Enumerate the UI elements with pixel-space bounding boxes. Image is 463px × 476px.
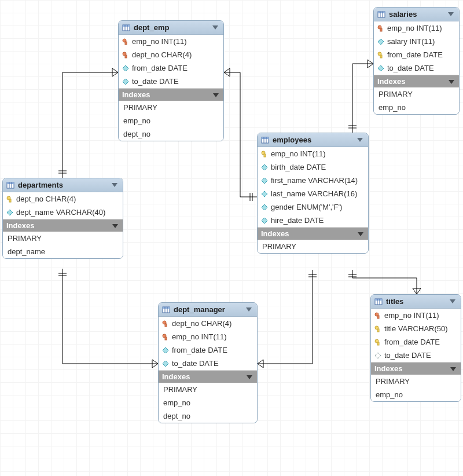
svg-rect-77 xyxy=(165,324,167,327)
entity-header[interactable]: salaries xyxy=(374,8,459,21)
index-row[interactable]: dept_no xyxy=(159,409,257,423)
index-row[interactable]: emp_no xyxy=(119,114,223,127)
column-row[interactable]: from_date DATE xyxy=(371,335,461,349)
entity-salaries[interactable]: salaries emp_no INT(11) salary INT(11) f… xyxy=(373,7,460,115)
chevron-down-icon[interactable] xyxy=(450,364,456,373)
entity-header[interactable]: departments xyxy=(3,178,123,192)
column-label: from_date DATE xyxy=(172,346,227,354)
chevron-down-icon[interactable] xyxy=(247,372,252,381)
column-row[interactable]: to_date DATE xyxy=(119,75,223,88)
entity-titles[interactable]: titles emp_no INT(11) title VARCHAR(50) … xyxy=(370,294,461,402)
column-row[interactable]: dept_no CHAR(4) xyxy=(119,48,223,61)
pk-key-icon xyxy=(374,325,381,332)
column-label: dept_no CHAR(4) xyxy=(172,319,232,328)
svg-rect-59 xyxy=(380,55,382,58)
fk-key-icon xyxy=(374,312,381,319)
entity-employees[interactable]: employees emp_no INT(11) birth_date DATE… xyxy=(257,133,369,254)
column-row[interactable]: birth_date DATE xyxy=(258,160,368,174)
indexes-header[interactable]: Indexes xyxy=(371,362,461,375)
indexes-header[interactable]: Indexes xyxy=(159,370,257,383)
column-label: gender ENUM('M','F') xyxy=(271,203,342,211)
svg-rect-71 xyxy=(9,199,11,202)
column-row[interactable]: title VARCHAR(50) xyxy=(371,322,461,335)
fk-key-icon xyxy=(162,334,169,340)
fk-key-icon xyxy=(122,38,129,45)
svg-rect-57 xyxy=(380,28,382,31)
column-row[interactable]: from_date DATE xyxy=(159,343,257,357)
chevron-down-icon[interactable] xyxy=(449,298,456,305)
indexes-header[interactable]: Indexes xyxy=(258,227,368,240)
column-label: dept_no CHAR(4) xyxy=(132,50,192,59)
chevron-down-icon[interactable] xyxy=(212,24,219,31)
column-row[interactable]: emp_no INT(11) xyxy=(374,21,459,35)
entity-dept-manager[interactable]: dept_manager dept_no CHAR(4) emp_no INT(… xyxy=(158,302,258,423)
indexes-header[interactable]: Indexes xyxy=(119,88,223,101)
entity-header[interactable]: titles xyxy=(371,295,461,309)
svg-rect-45 xyxy=(123,25,130,27)
column-row[interactable]: emp_no INT(11) xyxy=(119,35,223,48)
svg-rect-79 xyxy=(165,337,167,340)
column-row[interactable]: emp_no INT(11) xyxy=(159,330,257,343)
entity-title: departments xyxy=(18,181,63,189)
table-icon xyxy=(122,24,130,32)
index-row[interactable]: PRIMARY xyxy=(374,87,459,101)
chevron-down-icon[interactable] xyxy=(449,77,454,86)
chevron-down-icon[interactable] xyxy=(245,306,252,313)
index-row[interactable]: PRIMARY xyxy=(3,232,123,245)
table-icon xyxy=(377,10,385,19)
index-row[interactable]: dept_name xyxy=(3,245,123,258)
index-row[interactable]: emp_no xyxy=(159,396,257,409)
entity-title: dept_manager xyxy=(174,305,225,314)
column-row[interactable]: salary INT(11) xyxy=(374,35,459,48)
column-row[interactable]: to_date DATE xyxy=(374,61,459,75)
indexes-label: Indexes xyxy=(162,372,190,381)
entity-dept-emp[interactable]: dept_emp emp_no INT(11) dept_no CHAR(4) … xyxy=(118,20,224,141)
index-row[interactable]: PRIMARY xyxy=(371,375,461,388)
column-label: last_name VARCHAR(16) xyxy=(271,189,357,198)
column-row[interactable]: hire_date DATE xyxy=(258,214,368,227)
column-row[interactable]: dept_name VARCHAR(40) xyxy=(3,206,123,219)
column-row[interactable]: emp_no INT(11) xyxy=(258,147,368,160)
chevron-down-icon[interactable] xyxy=(112,221,118,230)
entity-header[interactable]: dept_manager xyxy=(159,303,257,317)
index-row[interactable]: emp_no xyxy=(374,101,459,114)
chevron-down-icon[interactable] xyxy=(358,229,363,238)
column-label: from_date DATE xyxy=(387,50,443,59)
chevron-down-icon[interactable] xyxy=(111,182,118,189)
column-label: dept_name VARCHAR(40) xyxy=(16,208,105,217)
chevron-down-icon[interactable] xyxy=(447,11,454,18)
column-row[interactable]: to_date DATE xyxy=(159,357,257,370)
column-row[interactable]: from_date DATE xyxy=(119,61,223,75)
svg-rect-73 xyxy=(163,307,170,309)
indexes-header[interactable]: Indexes xyxy=(374,75,459,87)
svg-rect-87 xyxy=(377,329,379,332)
index-row[interactable]: PRIMARY xyxy=(159,383,257,396)
column-row[interactable]: first_name VARCHAR(14) xyxy=(258,174,368,187)
attribute-icon xyxy=(6,209,13,216)
index-row[interactable]: PRIMARY xyxy=(258,240,368,253)
indexes-header[interactable]: Indexes xyxy=(3,219,123,232)
column-row[interactable]: to_date DATE xyxy=(371,349,461,362)
entity-header[interactable]: employees xyxy=(258,133,368,147)
index-row[interactable]: emp_no xyxy=(371,388,461,401)
table-icon xyxy=(261,136,269,144)
entity-header[interactable]: dept_emp xyxy=(119,21,223,35)
entity-departments[interactable]: departments dept_no CHAR(4) dept_name VA… xyxy=(2,178,123,259)
indexes-label: Indexes xyxy=(122,90,150,99)
column-row[interactable]: gender ENUM('M','F') xyxy=(258,200,368,214)
column-row[interactable]: dept_no CHAR(4) xyxy=(3,192,123,206)
column-row[interactable]: from_date DATE xyxy=(374,48,459,61)
column-row[interactable]: emp_no INT(11) xyxy=(371,309,461,322)
chevron-down-icon[interactable] xyxy=(357,137,363,144)
chevron-down-icon[interactable] xyxy=(213,90,219,99)
pk-key-icon xyxy=(261,151,268,158)
column-row[interactable]: last_name VARCHAR(16) xyxy=(258,187,368,200)
column-row[interactable]: dept_no CHAR(4) xyxy=(159,317,257,330)
column-label: hire_date DATE xyxy=(271,216,324,225)
column-label: emp_no INT(11) xyxy=(132,37,187,46)
index-row[interactable]: dept_no xyxy=(119,127,223,141)
svg-rect-51 xyxy=(125,55,127,58)
index-row[interactable]: PRIMARY xyxy=(119,101,223,114)
column-label: from_date DATE xyxy=(132,64,188,72)
entity-title: salaries xyxy=(389,10,417,19)
